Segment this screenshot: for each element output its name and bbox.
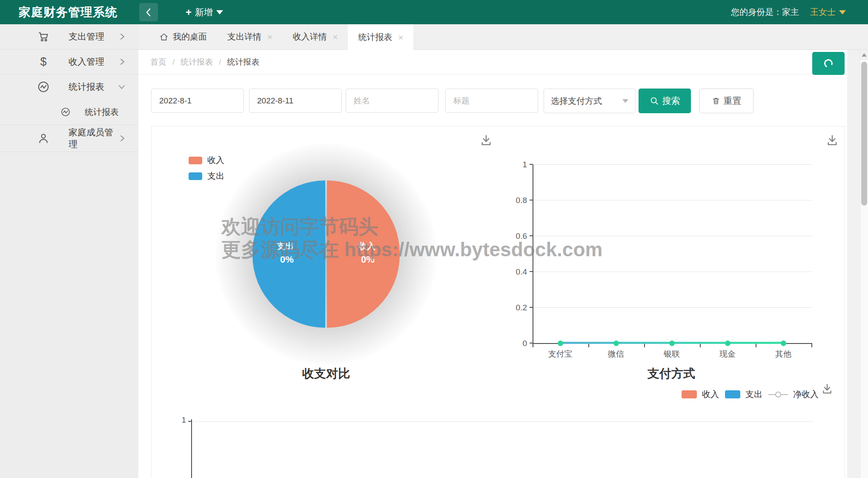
scrollbar[interactable] (860, 50, 868, 478)
reset-button[interactable]: 重置 (699, 89, 753, 113)
y-tick-mark (530, 307, 533, 308)
line-circle-marker-icon (768, 392, 788, 398)
sidebar-subitem-reports[interactable]: 统计报表 (0, 99, 138, 125)
app-header: 家庭财务管理系统 + 新增 您的身份是：家主 王女士 (0, 0, 868, 24)
tab-expense-detail[interactable]: 支出详情 × (217, 24, 283, 49)
pie-slice-label: 收入 (358, 240, 375, 252)
refresh-button[interactable] (812, 52, 845, 75)
legend-swatch-blue (189, 172, 202, 180)
tab-income-detail[interactable]: 收入详情 × (283, 24, 348, 49)
chevron-right-icon (119, 58, 126, 66)
pie-slice-label: 支出 (277, 240, 294, 252)
download-icon[interactable] (824, 132, 840, 149)
gridline (533, 236, 812, 236)
data-point[interactable] (725, 341, 730, 346)
legend-swatch-orange (682, 390, 697, 398)
page-gutter (847, 50, 860, 478)
y-axis-tick: 0 (501, 339, 527, 348)
download-icon[interactable] (478, 132, 494, 149)
x-axis-label: 其他 (758, 349, 809, 360)
data-point[interactable] (781, 341, 786, 346)
plus-icon: + (186, 7, 192, 17)
line-chart-title: 支付方式 (607, 366, 735, 382)
legend-item-income[interactable]: 收入 (189, 155, 224, 166)
search-label: 搜索 (662, 95, 680, 107)
pie-chart-title: 收支对比 (262, 366, 390, 382)
sidebar-collapse-button[interactable] (139, 3, 158, 21)
tab-label: 收入详情 (293, 31, 327, 43)
y-axis-tick: 1 (501, 160, 527, 169)
tab-reports[interactable]: 统计报表 × (348, 24, 413, 50)
legend-label: 收入 (702, 389, 719, 400)
y-axis-tick: 0.2 (501, 303, 527, 312)
sidebar-item-label: 家庭成员管理 (69, 126, 119, 150)
sidebar-item-expense[interactable]: 支出管理 (0, 24, 138, 49)
caret-down-icon (839, 10, 846, 14)
identity-label: 您的身份是：家主 (731, 6, 799, 18)
legend-item-expense[interactable]: 支出 (189, 170, 224, 182)
tab-label: 统计报表 (358, 31, 392, 43)
tab-my-desktop[interactable]: 我的桌面 (149, 24, 217, 49)
home-icon (159, 32, 169, 42)
chart-pulse-icon (60, 106, 71, 118)
y-tick-mark (530, 271, 533, 272)
chevron-right-icon (119, 33, 126, 40)
end-date-input[interactable] (249, 89, 342, 113)
breadcrumb: 首页 / 统计报表 / 统计报表 (138, 50, 847, 74)
breadcrumb-separator: / (172, 57, 175, 67)
close-icon[interactable]: × (267, 33, 272, 41)
add-new-dropdown[interactable]: + 新增 (186, 0, 223, 24)
breadcrumb-home[interactable]: 首页 (150, 57, 166, 68)
legend-swatch-blue (725, 390, 740, 398)
scrollbar-up-button[interactable] (860, 50, 868, 60)
app-root: 家庭财务管理系统 + 新增 您的身份是：家主 王女士 支出管理 (0, 0, 868, 478)
data-point[interactable] (669, 341, 675, 346)
data-point[interactable] (613, 341, 619, 346)
sidebar-item-family-members[interactable]: 家庭成员管理 (0, 125, 138, 152)
x-axis-label: 现金 (702, 349, 753, 360)
y-tick-mark (530, 235, 533, 236)
x-tick-mark (588, 344, 589, 347)
y-tick-mark (530, 164, 533, 165)
y-tick-mark (530, 343, 533, 343)
gridline (192, 421, 814, 422)
name-input[interactable] (346, 89, 438, 113)
x-axis-label: 微信 (590, 349, 642, 360)
start-date-input[interactable] (151, 89, 244, 113)
legend-label: 净收入 (793, 389, 819, 400)
chart-pulse-icon (36, 80, 51, 94)
user-icon (36, 131, 51, 146)
sidebar: 支出管理 $ 收入管理 统计报表 统计 (0, 24, 138, 478)
sidebar-item-reports[interactable]: 统计报表 (0, 74, 138, 99)
x-tick-mark (533, 344, 533, 347)
gridline (533, 200, 812, 200)
download-icon[interactable] (820, 382, 834, 396)
legend-label: 支出 (207, 170, 224, 182)
chevron-left-icon (145, 8, 152, 17)
x-tick-mark (811, 344, 812, 347)
close-icon[interactable]: × (398, 33, 403, 42)
gridline (533, 307, 812, 308)
y-tick-mark (188, 421, 191, 422)
breadcrumb-reports[interactable]: 统计报表 (180, 57, 213, 68)
pie-slice-percent: 0% (361, 254, 375, 265)
sidebar-subitem-label: 统计报表 (85, 106, 119, 118)
close-icon[interactable]: × (333, 33, 338, 41)
header-right: 您的身份是：家主 王女士 (731, 0, 846, 24)
sidebar-item-income[interactable]: $ 收入管理 (0, 49, 138, 74)
pay-method-select[interactable]: 选择支付方式 (544, 89, 636, 113)
legend-item-income[interactable]: 收入 (682, 389, 719, 400)
y-axis-tick: 0.8 (501, 196, 527, 205)
tab-label: 我的桌面 (173, 31, 207, 43)
search-button[interactable]: 搜索 (639, 89, 691, 113)
chevron-down-icon (118, 83, 126, 90)
user-menu[interactable]: 王女士 (810, 6, 846, 18)
data-point[interactable] (558, 341, 563, 346)
scrollbar-thumb[interactable] (861, 62, 867, 206)
triangle-up-icon (862, 53, 867, 57)
legend-item-expense[interactable]: 支出 (725, 389, 762, 400)
title-input[interactable] (445, 89, 538, 113)
legend-swatch-orange (189, 157, 202, 164)
breadcrumb-separator: / (219, 57, 221, 67)
legend-item-net-income[interactable]: 净收入 (768, 389, 819, 400)
